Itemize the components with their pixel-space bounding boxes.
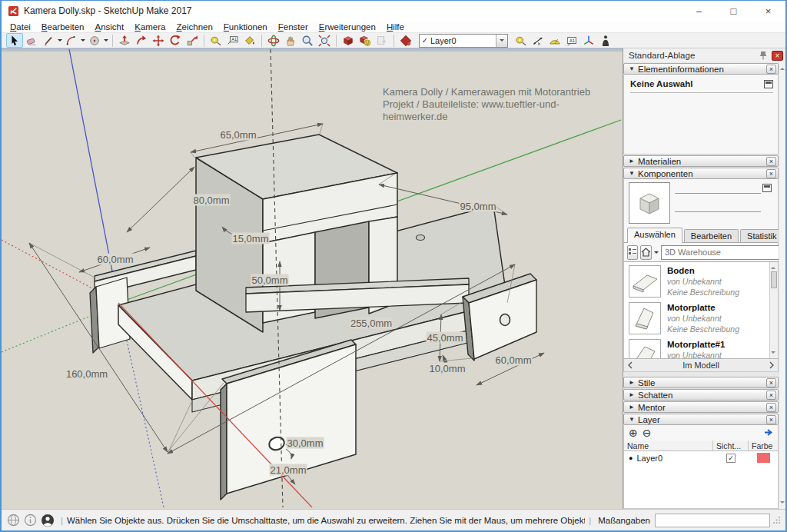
- tray-close-button[interactable]: ×: [772, 51, 783, 61]
- zoom-extents-tool-button[interactable]: [316, 33, 333, 48]
- pin-icon[interactable]: [757, 50, 769, 61]
- column-visible[interactable]: Sicht...: [713, 441, 749, 451]
- menu-bearbeiten[interactable]: Bearbeiten: [36, 22, 90, 32]
- panel-header-komponenten[interactable]: ▼ Komponenten ×: [623, 168, 779, 179]
- panel-close-button[interactable]: ×: [766, 415, 776, 424]
- layer-check-glyph: ✓: [420, 36, 430, 45]
- credits-button[interactable]: [23, 513, 38, 527]
- panel-close-button[interactable]: ×: [766, 157, 776, 166]
- tape-measure-button-2[interactable]: [513, 33, 530, 48]
- menu-ansicht[interactable]: Ansicht: [90, 22, 130, 32]
- panel-close-button[interactable]: ×: [766, 378, 776, 387]
- tab-bearbeiten[interactable]: Bearbeiten: [684, 229, 739, 242]
- chevron-down-icon[interactable]: [57, 33, 63, 48]
- list-item-motorplatte1[interactable]: Motorplatte#1 von Unbekannt: [624, 336, 769, 358]
- eraser-tool-button[interactable]: [23, 33, 40, 48]
- tape-measure-tool-button[interactable]: [208, 33, 224, 48]
- pan-tool-button[interactable]: [282, 33, 299, 48]
- layer-dropdown[interactable]: ✓ Layer0: [419, 34, 508, 48]
- dimension-tool-button[interactable]: b: [530, 33, 546, 48]
- push-pull-tool-button[interactable]: [116, 33, 133, 48]
- panel-header-mentor[interactable]: ► Mentor ×: [623, 401, 779, 413]
- tab-auswaehlen[interactable]: Auswählen: [627, 228, 682, 243]
- share-model-button[interactable]: [374, 33, 390, 48]
- shapes-tool-button[interactable]: [86, 33, 103, 48]
- measurements-input[interactable]: [655, 514, 770, 527]
- scrollbar-thumb[interactable]: [771, 271, 777, 288]
- panel-header-stile[interactable]: ► Stile ×: [623, 377, 779, 388]
- create-component-button[interactable]: [340, 33, 357, 48]
- panel-close-button[interactable]: ×: [766, 403, 776, 412]
- menu-datei[interactable]: Datei: [5, 22, 36, 32]
- scroll-up-icon[interactable]: [780, 65, 785, 70]
- column-farbe[interactable]: Farbe: [749, 441, 778, 451]
- panel-close-button[interactable]: ×: [766, 391, 776, 400]
- nav-forward-button[interactable]: [765, 361, 778, 369]
- scroll-up-icon[interactable]: [771, 264, 775, 269]
- chevron-down-icon[interactable]: [103, 33, 109, 48]
- scale-tool-button[interactable]: [184, 33, 201, 48]
- sign-in-button[interactable]: [40, 513, 55, 527]
- active-layer-radio[interactable]: ●: [629, 454, 633, 462]
- menu-fenster[interactable]: Fenster: [273, 22, 314, 32]
- chevron-down-icon[interactable]: [80, 33, 86, 48]
- scroll-down-icon[interactable]: [780, 501, 785, 506]
- menu-zeichnen[interactable]: Zeichnen: [171, 22, 218, 32]
- walkthrough-figure-button[interactable]: [597, 33, 614, 48]
- text-tool-button[interactable]: A1: [224, 33, 241, 48]
- minimize-button[interactable]: –: [682, 1, 716, 21]
- zoom-tool-button[interactable]: [299, 33, 316, 48]
- list-item-boden[interactable]: Boden von Unbekannt Keine Beschreibung: [624, 262, 769, 299]
- close-button[interactable]: ×: [751, 1, 785, 21]
- column-name[interactable]: Name: [624, 441, 713, 451]
- paint-bucket-tool-button[interactable]: [241, 33, 258, 48]
- layer-row[interactable]: ● Layer0 ✓: [624, 451, 778, 464]
- panel-header-elementinfo[interactable]: ▼ Elementinformationen ×: [623, 63, 779, 75]
- visibility-checkbox[interactable]: ✓: [726, 454, 736, 463]
- view-options-button[interactable]: [627, 245, 638, 260]
- axes-tool-button[interactable]: [580, 33, 597, 48]
- panel-header-layer[interactable]: ▼ Layer ×: [623, 414, 779, 425]
- maximize-button[interactable]: □: [716, 1, 751, 21]
- line-tool-button[interactable]: [40, 33, 57, 48]
- panel-header-schatten[interactable]: ► Schatten ×: [623, 389, 779, 401]
- panel-header-materialien[interactable]: ► Materialien ×: [623, 155, 779, 167]
- list-item-motorplatte[interactable]: Motorplatte von Unbekannt Keine Beschrei…: [624, 299, 769, 336]
- scroll-down-icon[interactable]: [771, 351, 775, 356]
- orbit-tool-button[interactable]: [265, 33, 282, 48]
- menu-erweiterungen[interactable]: Erweiterungen: [314, 22, 381, 32]
- rotate-tool-button[interactable]: [167, 33, 184, 48]
- protractor-tool-button[interactable]: [546, 33, 563, 48]
- remove-layer-button[interactable]: ⊖: [643, 427, 652, 438]
- resize-grip-icon[interactable]: [773, 516, 781, 525]
- viewport-canvas[interactable]: Kamera Dolly / Kamerawagen mit Motorantr…: [2, 48, 623, 509]
- tab-statistik[interactable]: Statistik: [740, 229, 784, 242]
- nav-back-button[interactable]: [624, 361, 636, 369]
- list-scrollbar[interactable]: [769, 262, 778, 358]
- layer-name[interactable]: Layer0: [636, 454, 662, 463]
- component-name-field[interactable]: [675, 184, 772, 227]
- select-tool-button[interactable]: [6, 33, 23, 48]
- toggle-pane-icon[interactable]: [764, 80, 773, 88]
- panel-close-button[interactable]: ×: [766, 65, 776, 74]
- component-options-button[interactable]: [357, 33, 374, 48]
- arc-tool-button[interactable]: [63, 33, 80, 48]
- layer-color-swatch[interactable]: [757, 453, 770, 463]
- toggle-pane-icon[interactable]: [762, 184, 772, 192]
- chevron-down-icon[interactable]: [496, 35, 507, 47]
- menu-kamera[interactable]: Kamera: [129, 22, 171, 32]
- home-button[interactable]: [640, 245, 652, 260]
- follow-me-tool-button[interactable]: [133, 33, 150, 48]
- move-tool-button[interactable]: [150, 33, 167, 48]
- warehouse-button[interactable]: [397, 33, 414, 48]
- layer-details-button[interactable]: [763, 427, 773, 439]
- warehouse-search-input[interactable]: [662, 246, 777, 259]
- text-tool-button-2[interactable]: A1: [563, 33, 580, 48]
- menu-hilfe[interactable]: Hilfe: [381, 22, 410, 32]
- tray-scrollbar[interactable]: [779, 62, 785, 509]
- add-layer-button[interactable]: ⊕: [629, 427, 638, 438]
- chevron-down-icon[interactable]: [654, 249, 659, 256]
- geolocation-button[interactable]: [6, 513, 21, 527]
- panel-close-button[interactable]: ×: [766, 169, 776, 178]
- menu-funktionen[interactable]: Funktionen: [218, 22, 273, 32]
